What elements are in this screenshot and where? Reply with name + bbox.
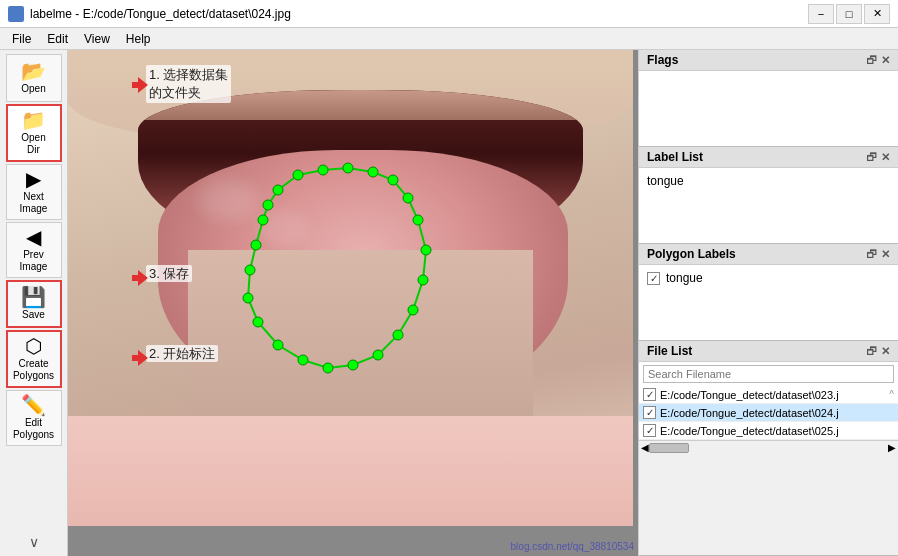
open-dir-label: OpenDir: [21, 132, 45, 156]
file-list-section: File List 🗗 ✕ E:/code/Tongue_detect/data…: [639, 341, 898, 556]
open-dir-button[interactable]: 📁 OpenDir: [6, 104, 62, 162]
create-polygons-button[interactable]: ⬡ CreatePolygons: [6, 330, 62, 388]
menu-view[interactable]: View: [76, 30, 118, 48]
tongue-highlight2: [258, 210, 308, 245]
file-list-header: File List 🗗 ✕: [639, 341, 898, 362]
open-label: Open: [21, 83, 45, 95]
label-list-item: tongue: [643, 172, 894, 190]
file-list-item-1[interactable]: E:/code/Tongue_detect/dataset\024.j: [639, 404, 898, 422]
menu-help[interactable]: Help: [118, 30, 159, 48]
label-list-restore-button[interactable]: 🗗: [866, 151, 877, 164]
label-list-close-button[interactable]: ✕: [881, 151, 890, 164]
polygon-labels-header: Polygon Labels 🗗 ✕: [639, 244, 898, 265]
scroll-left-btn[interactable]: ◀: [641, 442, 649, 453]
canvas-image: [68, 50, 633, 526]
maximize-button[interactable]: □: [836, 4, 862, 24]
polygon-label-text: tongue: [666, 271, 703, 285]
menu-file[interactable]: File: [4, 30, 39, 48]
label-list-controls: 🗗 ✕: [866, 151, 890, 164]
file-item-0-label: E:/code/Tongue_detect/dataset\023.j: [660, 389, 885, 401]
edit-polygons-label: EditPolygons: [13, 417, 54, 441]
next-image-button[interactable]: ▶ NextImage: [6, 164, 62, 220]
polygon-labels-controls: 🗗 ✕: [866, 248, 890, 261]
file-list-controls: 🗗 ✕: [866, 345, 890, 358]
window-title: labelme - E:/code/Tongue_detect/dataset\…: [30, 7, 808, 21]
flags-controls: 🗗 ✕: [866, 54, 890, 67]
file-item-2-label: E:/code/Tongue_detect/dataset\025.j: [660, 425, 894, 437]
right-panel: Flags 🗗 ✕ Label List 🗗 ✕ tongue: [638, 50, 898, 556]
app-icon: [8, 6, 24, 22]
open-dir-icon: 📁: [21, 110, 46, 130]
title-bar: labelme - E:/code/Tongue_detect/dataset\…: [0, 0, 898, 28]
next-image-label: NextImage: [20, 191, 48, 215]
polygon-labels-close-button[interactable]: ✕: [881, 248, 890, 261]
open-icon: 📂: [21, 61, 46, 81]
create-polygons-label: CreatePolygons: [13, 358, 54, 382]
minimize-button[interactable]: −: [808, 4, 834, 24]
flags-content: [639, 71, 898, 146]
polygon-label-item: tongue: [643, 269, 894, 287]
label-list-title: Label List: [647, 150, 703, 164]
file-list-item-2[interactable]: E:/code/Tongue_detect/dataset\025.j: [639, 422, 898, 440]
window-controls: − □ ✕: [808, 4, 890, 24]
close-button[interactable]: ✕: [864, 4, 890, 24]
file-item-0-checkbox[interactable]: [643, 388, 656, 401]
file-list-restore-button[interactable]: 🗗: [866, 345, 877, 358]
neck-area: [188, 250, 533, 416]
polygon-labels-content: tongue: [639, 265, 898, 340]
polygon-label-checkbox[interactable]: [647, 272, 660, 285]
menu-bar: File Edit View Help: [0, 28, 898, 50]
open-button[interactable]: 📂 Open: [6, 54, 62, 102]
create-polygons-icon: ⬡: [25, 336, 42, 356]
file-list-items: E:/code/Tongue_detect/dataset\023.j ^ E:…: [639, 386, 898, 440]
file-item-0-scroll-indicator: ^: [889, 389, 894, 400]
polygon-labels-title: Polygon Labels: [647, 247, 736, 261]
upper-lip: [138, 90, 583, 120]
prev-image-icon: ◀: [26, 227, 41, 247]
polygon-labels-section: Polygon Labels 🗗 ✕ tongue: [639, 244, 898, 341]
toolbar-collapse-button[interactable]: ∨: [6, 532, 62, 552]
toolbar: 📂 Open 📁 OpenDir ▶ NextImage ◀ PrevImage…: [0, 50, 68, 556]
next-image-icon: ▶: [26, 169, 41, 189]
scroll-thumb[interactable]: [649, 443, 689, 453]
file-item-1-checkbox[interactable]: [643, 406, 656, 419]
canvas-area[interactable]: 1. 选择数据集的文件夹 2. 开始标注 3. 保存 blog.csdn.net…: [68, 50, 638, 556]
label-list-content: tongue: [639, 168, 898, 243]
scroll-right-btn[interactable]: ▶: [888, 442, 896, 453]
prev-image-label: PrevImage: [20, 249, 48, 273]
flags-restore-button[interactable]: 🗗: [866, 54, 877, 67]
shirt-area: [68, 416, 633, 526]
label-list-header: Label List 🗗 ✕: [639, 147, 898, 168]
file-list-title: File List: [647, 344, 692, 358]
save-button[interactable]: 💾 Save: [6, 280, 62, 328]
file-item-2-checkbox[interactable]: [643, 424, 656, 437]
flags-section: Flags 🗗 ✕: [639, 50, 898, 147]
file-list-item-0[interactable]: E:/code/Tongue_detect/dataset\023.j ^: [639, 386, 898, 404]
file-list-search-area: [639, 362, 898, 386]
prev-image-button[interactable]: ◀ PrevImage: [6, 222, 62, 278]
flags-header: Flags 🗗 ✕: [639, 50, 898, 71]
save-icon: 💾: [21, 287, 46, 307]
polygon-labels-restore-button[interactable]: 🗗: [866, 248, 877, 261]
file-list-scrollbar[interactable]: ◀ ▶: [639, 440, 898, 454]
file-search-input[interactable]: [643, 365, 894, 383]
watermark: blog.csdn.net/qq_38810534: [511, 541, 634, 552]
tongue-highlight: [198, 180, 258, 220]
edit-polygons-icon: ✏️: [21, 395, 46, 415]
file-list-close-button[interactable]: ✕: [881, 345, 890, 358]
save-label: Save: [22, 309, 45, 321]
label-list-section: Label List 🗗 ✕ tongue: [639, 147, 898, 244]
menu-edit[interactable]: Edit: [39, 30, 76, 48]
flags-close-button[interactable]: ✕: [881, 54, 890, 67]
main-layout: 📂 Open 📁 OpenDir ▶ NextImage ◀ PrevImage…: [0, 50, 898, 556]
label-list-item-text: tongue: [647, 174, 684, 188]
flags-title: Flags: [647, 53, 678, 67]
file-item-1-label: E:/code/Tongue_detect/dataset\024.j: [660, 407, 894, 419]
edit-polygons-button[interactable]: ✏️ EditPolygons: [6, 390, 62, 446]
